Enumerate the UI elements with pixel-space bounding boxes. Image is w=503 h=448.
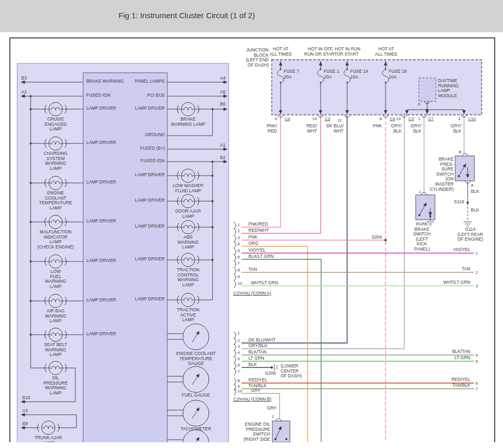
module-panel-lamps: PANEL LAMPS bbox=[113, 79, 165, 84]
page: { "title_bar": { "title": "Fig 1: Instru… bbox=[0, 0, 503, 448]
gauge-engine-coolant-temp: ENGINE COOLANT TEMPERATURE GAUGE bbox=[165, 351, 227, 366]
conn-b-pin-7: 7 bbox=[237, 369, 240, 374]
drl-pin-3: 3 bbox=[418, 102, 420, 107]
conn-a-pin-8: 8 bbox=[237, 268, 240, 272]
fuse-19-name: FUSE 19 bbox=[389, 69, 407, 74]
module-fused-ign-right: FUSED IGN bbox=[113, 159, 165, 164]
conn-b-pin-8: 8 bbox=[237, 378, 240, 383]
pin-b10: B10 bbox=[22, 396, 30, 401]
pin-b9: B9 bbox=[22, 421, 28, 427]
fuse-7-rating: 20A bbox=[284, 75, 292, 80]
pin-b3: B3 bbox=[21, 76, 27, 81]
module-lamp-driver-r5: LAMP DRIVER bbox=[113, 257, 165, 262]
right-wire-tan-blk: TAN/BLK bbox=[429, 383, 470, 388]
jb-pin-14: 14 bbox=[307, 116, 317, 121]
conn-b-label-10: GRY bbox=[251, 388, 260, 393]
module-lamp-driver-l2: LAMP DRIVER bbox=[86, 140, 116, 146]
conn-a-caption: C1%%U (CONN A) bbox=[233, 291, 271, 296]
conn-b-pin-6: 6 bbox=[237, 363, 240, 367]
jb-pin-4: 4 bbox=[267, 116, 277, 121]
junction-block-label: JUNCTION BLOCK (LEFT END OF DASH) bbox=[232, 48, 269, 68]
power-header-3: HOT IN RUN OR START bbox=[329, 47, 366, 57]
conn-b-pin-4: 4 bbox=[237, 350, 240, 355]
module-ground: GROUND bbox=[113, 133, 165, 138]
brake-pressure-switch-box bbox=[455, 156, 474, 181]
pin-a1: A1 bbox=[211, 143, 226, 148]
jb-conn-c10: C10 bbox=[468, 116, 476, 121]
module-lamp-driver-r6: LAMP DRIVER bbox=[113, 297, 165, 302]
bps-label: BRAKE PRES- SURE SWITCH (ON MASTER CYLIN… bbox=[422, 157, 454, 192]
ground-g114-label: G114 (LEFT REAR OF ENGINE) bbox=[444, 227, 496, 242]
wire-label-pnk-red: PNK/ RED bbox=[251, 124, 277, 134]
wire-label-gry-blk-2: GRY/ BLK bbox=[395, 124, 421, 134]
splice-s119-dot bbox=[467, 202, 469, 204]
jb-conn-c4: C4 bbox=[285, 116, 290, 121]
gauge-fuel: FUEL GAUGE bbox=[165, 393, 227, 398]
conn-a-pin-10: 10 bbox=[237, 281, 242, 286]
jb-pin-1: 1 bbox=[410, 116, 420, 121]
right-pin-1: 1 bbox=[475, 251, 478, 256]
lamp-seat-belt: SEAT BELT WARNING LAMP bbox=[30, 342, 82, 358]
conn-a-label-3: PNK bbox=[248, 235, 257, 240]
conn-a-pin-1: 1 bbox=[237, 222, 240, 227]
conn-b-caption: C2%%U (CONN B) bbox=[233, 397, 271, 402]
conn-a-label-8: TAN bbox=[248, 267, 257, 272]
pin-a2: A2 bbox=[21, 90, 27, 95]
lamp-door-ajar: DOOR AJAR LAMP bbox=[162, 209, 214, 219]
ops-pin-1: 1 bbox=[272, 414, 274, 419]
conn-a-label-4: ORG bbox=[248, 241, 258, 246]
conn-b-label-5: LT GRN bbox=[248, 356, 264, 361]
module-lamp-driver-l7: LAMP DRIVER bbox=[86, 332, 116, 337]
conn-a-label-6: BLK/LT GRN bbox=[248, 254, 274, 259]
lamp-brake-warning: BRAKE WARNING LAMP bbox=[162, 117, 214, 127]
fuse-19-rating: 10A bbox=[389, 75, 396, 80]
drl-module-label: DAYTIME RUNNING LAMP MODULE bbox=[438, 78, 459, 98]
conn-b-pin-2: 2 bbox=[237, 338, 240, 343]
right-pin-6: 6 bbox=[475, 381, 478, 386]
lamp-oil-pressure: OIL PRESSURE WARNING LAMP bbox=[30, 376, 82, 396]
jb-conn-c7: C7 bbox=[428, 116, 433, 121]
park-brake-switch-box bbox=[416, 195, 435, 220]
module-lamp-driver-l6: LAMP DRIVER bbox=[86, 298, 116, 303]
pin-a4: A4 bbox=[211, 76, 226, 81]
conn-b-label-3: GRY/BLK bbox=[248, 344, 268, 349]
bps-wire-blk-lower: BLK bbox=[471, 208, 479, 213]
conn-b-pin-1: 1 bbox=[237, 331, 240, 335]
splice-s119-label: S119 bbox=[443, 200, 464, 205]
module-lamp-driver-r3: LAMP DRIVER bbox=[113, 198, 165, 203]
gauge-tachometer: TACHOMETER bbox=[165, 427, 227, 432]
jb-pin-13: 13 bbox=[390, 116, 401, 121]
module-fused-ign-left: FUSED IGN bbox=[86, 93, 110, 98]
conn-a-label-2: RED/WHT bbox=[248, 228, 269, 233]
conn-a-label-1: PNK/RED bbox=[248, 222, 268, 227]
module-pci-bus: PCI BUS bbox=[113, 93, 165, 98]
lamp-traction-control: TRACTION CONTROL WARNING LAMP bbox=[162, 268, 214, 287]
conn-a-pin-6: 6 bbox=[237, 255, 240, 259]
pin-b2: B2 bbox=[211, 155, 226, 161]
wire-label-gry-blk-3: GRY/ BLK bbox=[435, 124, 461, 134]
ops-wire-gry: GRY bbox=[256, 406, 276, 411]
conn-a-pin-9: 9 bbox=[237, 274, 240, 279]
module-lamp-driver-r4: LAMP DRIVER bbox=[113, 224, 165, 229]
ops-label: ENGINE OIL PRESSURE SWITCH (RIGHT SIDE bbox=[234, 422, 270, 442]
wire-label-red-wht: RED/ WHT bbox=[291, 124, 317, 134]
bps-pin-b: B bbox=[459, 150, 461, 154]
lamp-low-washer-fluid: LOW WASHER FLUID LAMP bbox=[162, 183, 214, 193]
conn-a-pin-5: 5 bbox=[237, 248, 240, 253]
module-fused-b-plus: FUSED (B+) bbox=[113, 146, 165, 151]
jb-pin-3: 3 bbox=[450, 116, 460, 121]
conn-a-pin-7: 7 bbox=[237, 261, 240, 266]
splice-s204-dot bbox=[385, 239, 387, 241]
right-wire-wht-lt-grn: WHT/LT GRN bbox=[429, 280, 470, 285]
pin-a5: A5 bbox=[211, 90, 226, 95]
conn-a-label-5: VIO/YEL bbox=[248, 248, 266, 253]
module-lamp-driver-r2: LAMP DRIVER bbox=[113, 173, 165, 178]
conn-b-label-4: BLK/TAN bbox=[248, 350, 267, 355]
lamp-air-bag: AIR BAG WARNING LAMP bbox=[30, 309, 82, 324]
bps-pin-a: A bbox=[471, 183, 473, 188]
pin-b6: B6 bbox=[211, 102, 226, 107]
module-lamp-driver-l3: LAMP DRIVER bbox=[86, 180, 116, 185]
lamp-abs-warning: ABS WARNING LAMP bbox=[162, 235, 214, 250]
lamp-charging-system: CHARGING SYSTEM WARNING LAMP bbox=[30, 151, 82, 171]
ground-g206-location: (LOWER CENTER OF DASH) bbox=[281, 364, 302, 379]
